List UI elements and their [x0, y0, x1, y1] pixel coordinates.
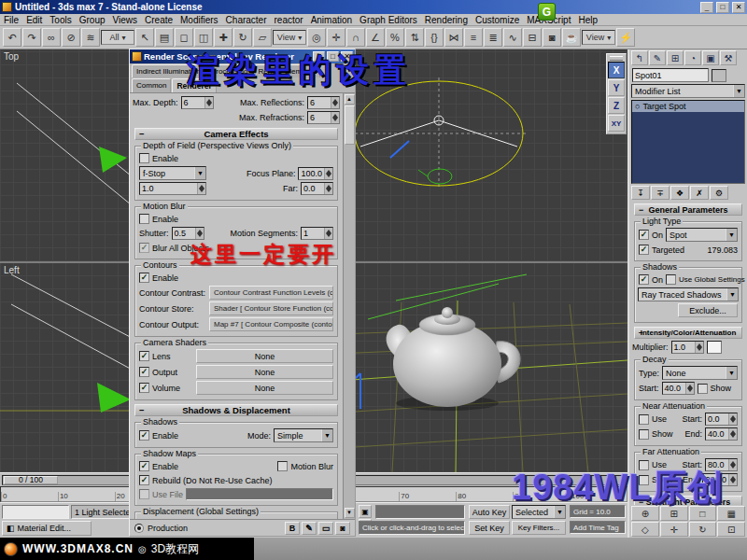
redo-icon[interactable]: ↷ — [22, 28, 41, 47]
fstop-spinner[interactable]: 1.0 — [139, 182, 206, 195]
decay-type-dropdown[interactable]: None▼ — [662, 366, 738, 380]
scroll-up-icon[interactable]: ▲ — [345, 94, 355, 105]
layer-manager-icon[interactable]: ≣ — [484, 28, 502, 47]
tab-motion[interactable]: ◔ — [684, 50, 701, 65]
auto-key-button[interactable]: Auto Key — [469, 505, 510, 519]
menu-item[interactable]: Graph Editors — [356, 15, 421, 25]
angle-snap-icon[interactable]: ∠ — [366, 28, 385, 47]
menu-item[interactable]: Animation — [307, 15, 356, 25]
reference-coordinate-dropdown[interactable]: View — [273, 30, 306, 45]
intensity-rollout[interactable]: Intensity/Color/Attenuation — [634, 327, 742, 339]
volume-checkbox[interactable] — [139, 383, 149, 393]
material-editor-icon[interactable]: ◙ — [543, 28, 561, 47]
menu-item[interactable]: Create — [141, 15, 176, 25]
output-shader-button[interactable]: None — [196, 365, 333, 379]
contours-enable-checkbox[interactable] — [139, 273, 149, 283]
general-parameters-rollout[interactable]: General Parameters — [634, 203, 742, 216]
viewport-top-label[interactable]: Top — [4, 51, 19, 62]
time-slider-button[interactable]: 0 / 100 — [4, 476, 58, 484]
menu-item[interactable]: Rendering — [421, 15, 472, 25]
minimize-button[interactable]: _ — [700, 2, 713, 13]
select-and-move-icon[interactable]: ✚ — [214, 28, 233, 47]
modifier-stack[interactable]: ○ Target Spot — [631, 100, 745, 184]
use-global-checkbox[interactable] — [666, 274, 676, 285]
exclude-button[interactable]: Exclude... — [678, 303, 738, 317]
make-unique-icon[interactable]: ❖ — [670, 186, 689, 200]
focus-plane-spinner[interactable]: 100.0 — [298, 167, 333, 180]
menu-item[interactable]: Modifiers — [176, 15, 222, 25]
select-object-icon[interactable]: ↖ — [135, 28, 154, 47]
render-scene-icon[interactable]: ☕ — [562, 28, 581, 47]
near-use-checkbox[interactable] — [639, 414, 649, 425]
shadow-maps-motion-blur-checkbox[interactable] — [277, 461, 288, 471]
decay-show-checkbox[interactable] — [698, 384, 708, 394]
curve-editor-icon[interactable]: ∿ — [503, 28, 522, 47]
shadow-maps-enable-checkbox[interactable] — [139, 461, 149, 471]
motion-segments-spinner[interactable]: 1 — [301, 227, 333, 240]
pin-stack-icon[interactable]: ↧ — [631, 186, 650, 200]
lens-checkbox[interactable] — [139, 351, 149, 361]
select-and-link-icon[interactable]: ∞ — [42, 28, 61, 47]
menu-item[interactable]: reactor — [271, 15, 307, 25]
show-end-result-icon[interactable]: ∓ — [651, 186, 669, 200]
dof-enable-checkbox[interactable] — [139, 153, 149, 163]
maxscript-mini-listener[interactable] — [2, 505, 69, 519]
use-file-checkbox[interactable] — [139, 489, 149, 499]
modifier-list-dropdown[interactable]: Modifier List▼ — [631, 84, 745, 98]
shadow-type-dropdown[interactable]: Ray Traced Shadows▼ — [638, 287, 739, 301]
spotlight-object[interactable] — [360, 116, 517, 147]
render-type-dropdown[interactable]: View — [582, 30, 615, 45]
use-file-field[interactable] — [186, 488, 333, 500]
shadows-displacement-rollout[interactable]: Shadows & Displacement — [134, 404, 338, 416]
configure-modifier-sets-icon[interactable]: ⚙ — [710, 186, 728, 200]
max-refractions-spinner[interactable]: 6 — [307, 111, 340, 124]
object-color-swatch[interactable] — [712, 69, 726, 82]
menu-item[interactable]: File — [0, 15, 22, 25]
light-color-swatch[interactable] — [707, 341, 722, 354]
min-max-toggle-icon[interactable]: ⊡ — [717, 522, 745, 537]
light-type-dropdown[interactable]: Spot▼ — [666, 228, 738, 242]
rectangular-selection-region-icon[interactable]: ◻ — [175, 28, 193, 47]
menu-item[interactable]: Customize — [472, 15, 523, 25]
mirror-icon[interactable]: ⋈ — [444, 28, 463, 47]
pan-icon[interactable]: ✛ — [660, 522, 688, 537]
add-time-tag[interactable]: Add Time Tag — [570, 521, 626, 534]
annotation-color-icon[interactable]: ◙ — [335, 522, 350, 535]
restrict-plane-button[interactable]: XY — [608, 115, 625, 132]
near-start-spinner[interactable]: 0.0 — [705, 413, 738, 426]
toolbar-grip[interactable] — [610, 56, 623, 61]
stack-item-target-spot[interactable]: ○ Target Spot — [632, 101, 744, 112]
spinner-snap-icon[interactable]: ⇅ — [405, 28, 424, 47]
blur-all-objects-checkbox[interactable] — [139, 243, 149, 253]
tab-utilities[interactable]: ⚒ — [720, 50, 737, 65]
named-selection-sets-icon[interactable]: {} — [425, 28, 444, 47]
snaps-toggle-icon[interactable]: ∩ — [346, 28, 365, 47]
menu-item[interactable]: Tools — [46, 15, 75, 25]
near-show-checkbox[interactable] — [639, 429, 649, 440]
tab-common[interactable]: Common — [132, 78, 171, 92]
viewport-left-label[interactable]: Left — [4, 265, 20, 275]
taskbar-material-editor-button[interactable]: ◧ Material Edit... — [2, 521, 92, 536]
select-and-rotate-icon[interactable]: ↻ — [233, 28, 252, 47]
annotation-bold-icon[interactable]: B — [285, 522, 300, 535]
rebuild-checkbox[interactable] — [139, 475, 149, 485]
bind-to-space-warp-icon[interactable]: ≋ — [81, 28, 100, 47]
scroll-thumb[interactable] — [345, 105, 355, 145]
restrict-y-button[interactable]: Y — [608, 79, 625, 96]
selection-filter-dropdown[interactable]: All — [101, 30, 134, 45]
volume-shader-button[interactable]: None — [196, 381, 333, 395]
close-button[interactable]: ✕ — [732, 2, 745, 13]
maximize-button[interactable]: □ — [716, 2, 729, 13]
max-reflections-spinner[interactable]: 6 — [307, 96, 340, 109]
menu-item[interactable]: Group — [76, 15, 109, 25]
key-filters-button[interactable]: Key Filters... — [512, 521, 566, 535]
shadows-mode-dropdown[interactable]: Simple▼ — [274, 428, 333, 442]
render-dialog-scrollbar[interactable]: ▲ ▼ — [343, 93, 355, 519]
lens-shader-button[interactable]: None — [196, 349, 333, 363]
shadow-on-checkbox[interactable] — [639, 274, 649, 285]
menu-item[interactable]: Character — [222, 15, 271, 25]
undo-icon[interactable]: ↶ — [3, 28, 21, 47]
tab-create[interactable]: ↰ — [631, 50, 648, 65]
motion-blur-enable-checkbox[interactable] — [139, 214, 149, 224]
menu-item[interactable]: Edit — [22, 15, 46, 25]
